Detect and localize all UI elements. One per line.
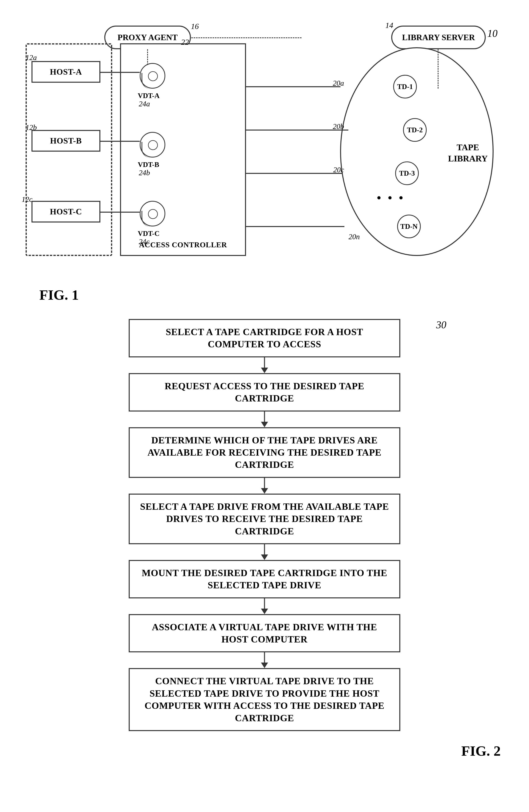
arrow-6: [28, 652, 501, 668]
ellipsis-dots: • • •: [377, 191, 405, 205]
server-to-library-line: [438, 49, 439, 89]
vdt-a-circle: [140, 63, 165, 89]
vdt-b-circle: [140, 132, 165, 158]
step-44-wrapper: CONNECT THE VIRTUAL TAPE DRIVE TO THE SE…: [28, 668, 501, 731]
step-36-wrapper: DETERMINE WHICH OF THE TAPE DRIVES ARE A…: [28, 427, 501, 478]
library-server-oval: LIBRARY SERVER: [391, 26, 486, 49]
step-34-text: REQUEST ACCESS TO THE DESIRED TAPE CARTR…: [130, 374, 399, 410]
vdt-b-group: VDT-B 24b: [140, 132, 165, 158]
step-44-text: CONNECT THE VIRTUAL TAPE DRIVE TO THE SE…: [130, 669, 399, 730]
step-38-text: SELECT A TAPE DRIVE FROM THE AVAILABLE T…: [130, 495, 399, 543]
ac-to-td2-line: [246, 130, 348, 131]
step-42-box: ASSOCIATE A VIRTUAL TAPE DRIVE WITH THE …: [129, 614, 400, 653]
step-38-wrapper: SELECT A TAPE DRIVE FROM THE AVAILABLE T…: [28, 494, 501, 544]
step-40-wrapper: MOUNT THE DESIRED TAPE CARTRIDGE INTO TH…: [28, 560, 501, 598]
step-36-text: DETERMINE WHICH OF THE TAPE DRIVES ARE A…: [130, 428, 399, 477]
ref-12a: 12a: [26, 53, 37, 62]
flowchart: SELECT A TAPE CARTRIDGE FOR A HOST COMPU…: [28, 319, 501, 731]
host-a-label: HOST-A: [50, 67, 82, 76]
step-42-wrapper: ASSOCIATE A VIRTUAL TAPE DRIVE WITH THE …: [28, 614, 501, 653]
step-44-box: CONNECT THE VIRTUAL TAPE DRIVE TO THE SE…: [129, 668, 400, 731]
ac-to-td3-line: [246, 173, 342, 174]
access-controller-box: ACCESS CONTROLLER: [120, 43, 246, 256]
ref-14: 14: [385, 21, 393, 30]
td-n-circle: TD-N: [397, 215, 421, 238]
library-server-label: LIBRARY SERVER: [402, 33, 475, 42]
td-2-circle: TD-2: [403, 118, 427, 142]
tape-library-label: TAPELIBRARY: [448, 142, 488, 164]
ref-12c: 12c: [21, 195, 32, 204]
step-34-wrapper: REQUEST ACCESS TO THE DESIRED TAPE CARTR…: [28, 373, 501, 411]
fig2-diagram: 30 SELECT A TAPE CARTRIDGE FOR A HOST CO…: [20, 319, 509, 731]
ac-to-tdn-line: [246, 226, 344, 227]
proxy-agent-label: PROXY AGENT: [117, 33, 177, 42]
vdt-c-group: VDT-C 24c: [140, 201, 165, 227]
step-32-box: SELECT A TAPE CARTRIDGE FOR A HOST COMPU…: [129, 319, 400, 357]
proxy-to-server-line: [191, 38, 302, 38]
td-3-circle: TD-3: [395, 161, 419, 185]
host-b-box: HOST-B: [31, 130, 100, 151]
step-32-text: SELECT A TAPE CARTRIDGE FOR A HOST COMPU…: [130, 320, 399, 357]
proxy-to-ac-line: [147, 49, 148, 65]
step-32-wrapper: SELECT A TAPE CARTRIDGE FOR A HOST COMPU…: [28, 319, 501, 357]
ref-20n: 20n: [349, 232, 360, 241]
arrow-2: [28, 411, 501, 427]
fig2-label: FIG. 2: [461, 743, 501, 759]
fig1-diagram: 10 PROXY AGENT 16 LIBRARY SERVER 14 HOST…: [20, 16, 509, 307]
td-1-circle: TD-1: [393, 75, 417, 99]
fig1-label: FIG. 1: [39, 287, 79, 303]
ac-to-td1-line: [246, 86, 340, 87]
step-42-text: ASSOCIATE A VIRTUAL TAPE DRIVE WITH THE …: [130, 615, 399, 652]
ref-10: 10: [487, 28, 498, 39]
ref-12b: 12b: [26, 123, 37, 132]
arrow-4: [28, 544, 501, 560]
page: 10 PROXY AGENT 16 LIBRARY SERVER 14 HOST…: [0, 0, 529, 812]
vdt-c-circle: [140, 201, 165, 227]
host-a-box: HOST-A: [31, 61, 100, 83]
arrow-3: [28, 478, 501, 494]
host-c-box: HOST-C: [31, 201, 100, 222]
host-b-label: HOST-B: [50, 136, 82, 145]
host-c-label: HOST-C: [50, 207, 82, 216]
ref-16: 16: [191, 21, 199, 31]
arrow-1: [28, 357, 501, 373]
host-b-to-vdt-b: [100, 141, 140, 142]
step-40-text: MOUNT THE DESIRED TAPE CARTRIDGE INTO TH…: [130, 561, 399, 597]
step-36-box: DETERMINE WHICH OF THE TAPE DRIVES ARE A…: [129, 427, 400, 478]
access-controller-label: ACCESS CONTROLLER: [139, 241, 227, 249]
host-c-to-vdt-c: [100, 212, 140, 213]
arrow-5: [28, 598, 501, 614]
ref-22: 22: [181, 38, 189, 47]
vdt-a-group: VDT-A 24a: [140, 63, 165, 89]
step-38-box: SELECT A TAPE DRIVE FROM THE AVAILABLE T…: [129, 494, 400, 544]
step-34-box: REQUEST ACCESS TO THE DESIRED TAPE CARTR…: [129, 373, 400, 411]
step-40-box: MOUNT THE DESIRED TAPE CARTRIDGE INTO TH…: [129, 560, 400, 598]
host-a-to-vdt-a: [100, 72, 140, 73]
